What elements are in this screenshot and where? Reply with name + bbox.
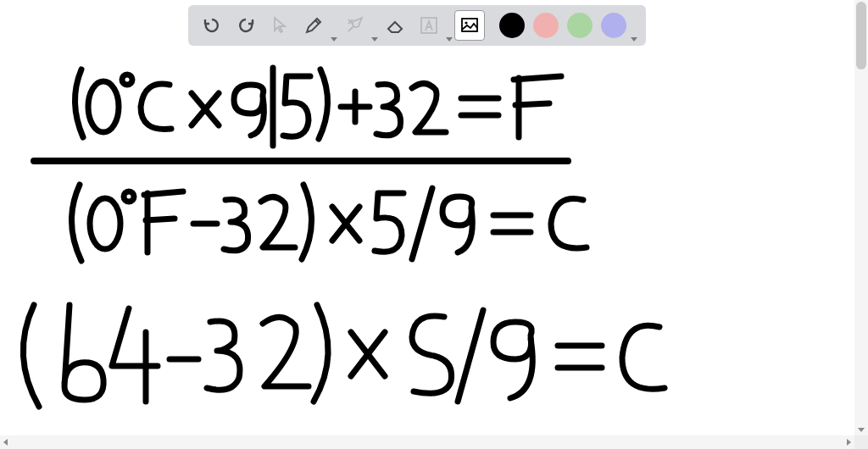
tools-icon [344,15,364,36]
svg-point-6 [124,191,134,202]
text-icon [419,15,439,36]
svg-point-3 [88,81,119,132]
vertical-scrollbar-thumb[interactable] [856,2,866,69]
undo-button[interactable] [197,10,227,41]
tools-button[interactable] [339,10,370,41]
image-icon [459,15,480,36]
text-tool-button[interactable] [414,10,444,41]
vertical-scrollbar[interactable] [854,0,868,435]
pointer-tool-button[interactable] [264,10,295,41]
color-swatch-green[interactable] [567,13,593,38]
svg-point-5 [90,198,120,249]
eraser-icon [385,15,405,36]
color-swatch-purple[interactable] [601,13,626,38]
toolbar [188,5,646,46]
scrollbar-corner [854,435,868,449]
svg-point-4 [122,75,132,85]
svg-point-2 [465,21,467,24]
pencil-tool-button[interactable] [298,10,329,41]
image-tool-button[interactable] [454,10,485,41]
redo-button[interactable] [231,10,261,41]
pointer-icon [270,15,290,36]
pencil-options-toggle[interactable] [331,37,336,42]
color-swatch-black[interactable] [499,13,525,38]
redo-icon [236,15,256,36]
undo-icon [202,15,222,36]
tools-options-toggle[interactable] [371,37,376,42]
scroll-left-icon [3,439,8,446]
text-options-toggle[interactable] [446,37,451,42]
handwriting-layer: (0°C × 9/5) + 32 = F (0°F − 32) × 5/9 = … [0,51,854,435]
scroll-right-icon [847,439,851,446]
pencil-icon [303,15,324,36]
color-options-toggle[interactable] [631,37,636,42]
scroll-down-icon [858,428,865,432]
horizontal-scrollbar[interactable] [0,435,854,449]
eraser-tool-button[interactable] [380,10,410,41]
color-swatch-pink[interactable] [533,13,559,38]
